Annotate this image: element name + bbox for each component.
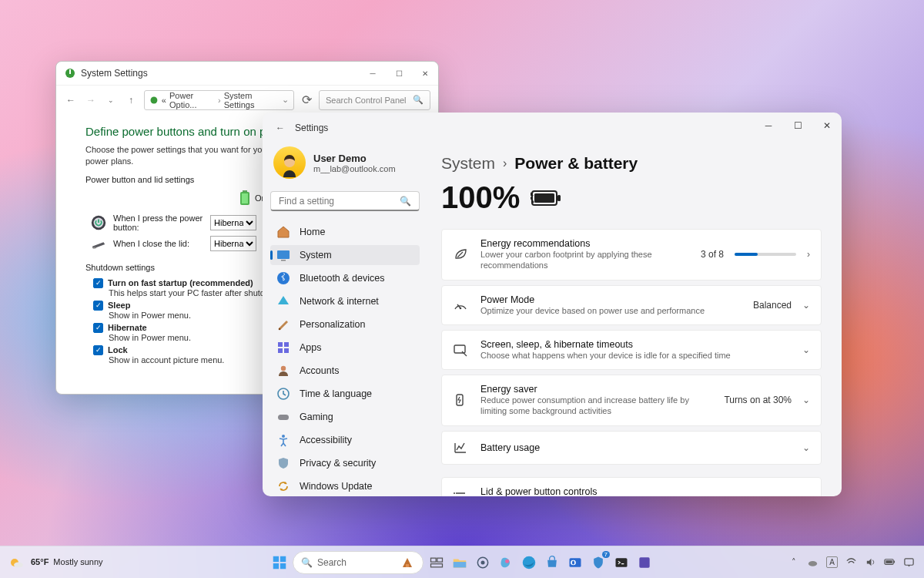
svg-point-18: [281, 366, 286, 371]
avatar: [273, 146, 306, 179]
power-button-select[interactable]: Hibernate: [210, 215, 256, 230]
svg-rect-41: [454, 562, 467, 567]
sidebar-item-gaming[interactable]: Gaming: [270, 407, 420, 427]
checkbox-icon[interactable]: ✓: [93, 278, 103, 288]
card-battery-usage[interactable]: Battery usage ⌄: [441, 431, 822, 465]
breadcrumb-parent[interactable]: System: [441, 154, 495, 173]
address-dropdown-icon[interactable]: ⌄: [282, 95, 289, 105]
card-energy-recommendations[interactable]: Energy recommendationsLower your carbon …: [441, 229, 822, 281]
card-power-mode[interactable]: Power ModeOptimize your device based on …: [441, 285, 822, 325]
svg-point-21: [282, 435, 285, 438]
search-icon: 🔍: [301, 557, 313, 568]
taskbar-search[interactable]: 🔍Search: [293, 551, 424, 574]
sidebar-item-system[interactable]: System: [270, 245, 420, 265]
settings-close-button[interactable]: ✕: [812, 113, 842, 139]
sidebar-item-apps[interactable]: Apps: [270, 338, 420, 358]
screen-sleep-icon: [453, 342, 468, 358]
cp-close-button[interactable]: ✕: [412, 62, 438, 85]
battery-tray-icon[interactable]: [884, 556, 896, 568]
nav-forward-icon[interactable]: →: [84, 95, 98, 106]
sidebar-item-accessibility[interactable]: Accessibility: [270, 430, 420, 450]
checkbox-icon[interactable]: ✓: [93, 301, 103, 311]
settings-maximize-button[interactable]: ☐: [783, 113, 812, 139]
sidebar-item-bluetooth[interactable]: Bluetooth & devices: [270, 268, 420, 288]
security-button[interactable]: 7: [588, 553, 608, 573]
power-options-icon: [64, 67, 76, 79]
copilot-button[interactable]: [496, 553, 516, 573]
svg-rect-15: [284, 342, 289, 347]
breadcrumb-root[interactable]: Power Optio...: [169, 91, 215, 109]
personalization-icon: [276, 318, 290, 331]
refresh-icon[interactable]: ⟳: [300, 92, 313, 107]
taskbar-weather[interactable]: 65°FMostly sunny: [0, 554, 103, 571]
settings-search[interactable]: Find a setting 🔍: [270, 191, 420, 211]
app-button[interactable]: [634, 553, 654, 573]
terminal-button[interactable]: [611, 553, 631, 573]
volume-icon[interactable]: [865, 556, 876, 568]
battery-icon: [239, 190, 250, 206]
bluetooth-icon: [276, 271, 290, 285]
svg-point-32: [14, 562, 23, 567]
checkbox-icon[interactable]: ✓: [93, 323, 103, 333]
cp-minimize-button[interactable]: ─: [360, 62, 386, 85]
svg-rect-20: [278, 415, 289, 420]
tray-chevron-icon[interactable]: ˄: [788, 556, 799, 568]
card-timeouts[interactable]: Screen, sleep, & hibernate timeoutsChoos…: [441, 330, 822, 370]
sidebar-item-home[interactable]: Home: [270, 222, 420, 242]
breadcrumb-leaf[interactable]: System Settings: [224, 91, 276, 109]
svg-point-44: [505, 559, 509, 563]
svg-point-8: [92, 247, 97, 248]
explorer-button[interactable]: [450, 553, 470, 573]
settings-titlebar[interactable]: ← Settings ─ ☐ ✕: [263, 113, 842, 143]
nav-back-icon[interactable]: ←: [64, 95, 78, 106]
lid-label: When I close the lid:: [113, 239, 204, 248]
edge-button[interactable]: [519, 553, 539, 573]
chart-icon: [453, 440, 468, 455]
card-lid-controls[interactable]: Lid & power button controlsChoose what h…: [441, 477, 822, 496]
lid-select[interactable]: Hibernate: [210, 236, 256, 251]
svg-rect-1: [69, 69, 71, 74]
cp-address-bar[interactable]: « Power Optio... › System Settings ⌄: [144, 90, 294, 110]
sidebar-item-network[interactable]: Network & internet: [270, 291, 420, 311]
settings-sidebar: User Demo m__lab@outlook.com Find a sett…: [263, 143, 427, 496]
chevron-right-icon: ›: [503, 156, 507, 170]
onedrive-icon[interactable]: [807, 556, 819, 568]
cp-maximize-button[interactable]: ☐: [386, 62, 412, 85]
chevron-down-icon: ⌄: [802, 442, 810, 453]
wifi-tray-icon[interactable]: [845, 556, 857, 568]
sidebar-item-personalization[interactable]: Personalization: [270, 314, 420, 334]
power-button-icon: [90, 214, 107, 231]
back-icon[interactable]: ←: [272, 123, 289, 133]
nav-recent-icon[interactable]: ⌄: [104, 96, 118, 104]
sidebar-item-accounts[interactable]: Accounts: [270, 361, 420, 381]
leaf-icon: [453, 247, 468, 262]
accounts-icon: [276, 364, 290, 378]
energy-saver-value: Turns on at 30%: [724, 395, 792, 405]
user-card[interactable]: User Demo m__lab@outlook.com: [270, 143, 420, 188]
outlook-button[interactable]: [565, 553, 585, 573]
settings-main: System › Power & battery 100% Energy rec…: [427, 143, 842, 496]
svg-rect-16: [278, 348, 283, 353]
svg-rect-26: [454, 345, 465, 353]
settings-breadcrumb: System › Power & battery: [441, 154, 822, 173]
start-button[interactable]: [270, 553, 290, 573]
cp-titlebar[interactable]: System Settings ─ ☐ ✕: [56, 62, 438, 85]
sidebar-item-time[interactable]: Time & language: [270, 384, 420, 404]
sidebar-item-update[interactable]: Windows Update: [270, 476, 420, 496]
sidebar-item-privacy[interactable]: Privacy & security: [270, 453, 420, 473]
weather-icon: [8, 554, 25, 571]
chevron-down-icon: ⌄: [802, 492, 810, 496]
svg-rect-24: [534, 193, 554, 203]
language-icon[interactable]: A: [826, 556, 838, 568]
shield-icon: [276, 456, 290, 470]
checkbox-icon[interactable]: ✓: [93, 345, 103, 355]
notification-tray-icon[interactable]: [903, 556, 915, 568]
nav-up-icon[interactable]: ↑: [124, 95, 138, 106]
card-energy-saver[interactable]: Energy saverReduce power consumption and…: [441, 375, 822, 426]
settings-minimize-button[interactable]: ─: [754, 113, 783, 139]
taskbar: 65°FMostly sunny 🔍Search 7 ˄ A: [0, 546, 924, 578]
settings-button[interactable]: [473, 553, 493, 573]
task-view-button[interactable]: [427, 553, 447, 573]
cp-search-box[interactable]: Search Control Panel 🔍: [319, 90, 430, 110]
store-button[interactable]: [542, 553, 562, 573]
